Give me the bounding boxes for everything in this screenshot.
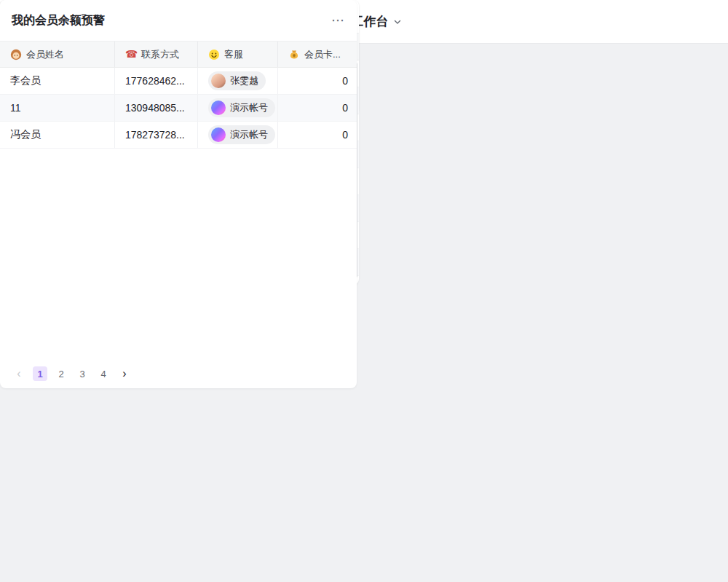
- pagination-page-2[interactable]: 2: [54, 366, 68, 381]
- column-label: 会员卡...: [304, 48, 341, 61]
- contact: 177628462...: [125, 75, 185, 87]
- balance-value: 0: [342, 102, 348, 114]
- column-header-member-card[interactable]: 会员卡...: [278, 42, 357, 67]
- money-bag-emoji-icon: [288, 49, 300, 60]
- contact: 130948085...: [125, 102, 185, 114]
- balance-value: 0: [342, 129, 348, 141]
- balance-value: 0: [342, 75, 348, 87]
- more-options-button[interactable]: ⋯: [331, 14, 345, 27]
- card-title: 我的会员余额预警: [12, 13, 105, 28]
- smiley-emoji-icon: [208, 49, 220, 60]
- agent-pill: 演示帐号: [208, 98, 275, 117]
- agent-pill: 张雯越: [208, 71, 266, 90]
- pagination-next-button[interactable]: ›: [117, 366, 132, 381]
- chevron-down-icon: [393, 17, 402, 26]
- member-name: 李会员: [10, 74, 41, 87]
- avatar: [211, 74, 226, 88]
- table-row[interactable]: 11 130948085... 演示帐号 0: [0, 95, 357, 122]
- column-header-contact[interactable]: ☎ 联系方式: [115, 42, 198, 67]
- agent-pill: 演示帐号: [208, 125, 275, 144]
- column-label: 客服: [224, 48, 243, 61]
- pagination-page-3[interactable]: 3: [75, 366, 90, 381]
- phone-emoji-icon: ☎: [125, 49, 137, 60]
- balance-warning-card: 我的会员余额预警 ⋯ 会员姓名 ☎ 联系方式 客服 会员卡...: [0, 0, 357, 388]
- column-header-member-name[interactable]: 会员姓名: [0, 42, 115, 67]
- column-header-agent[interactable]: 客服: [198, 42, 278, 67]
- member-name: 11: [10, 102, 21, 114]
- avatar: [211, 101, 226, 115]
- pagination-prev-button[interactable]: ‹: [12, 366, 26, 381]
- agent-name: 张雯越: [230, 74, 258, 87]
- balance-table-body: 李会员 177628462... 张雯越 0 11 130948085... 演…: [0, 68, 357, 149]
- pagination-page-1[interactable]: 1: [33, 366, 47, 381]
- balance-table-header: 会员姓名 ☎ 联系方式 客服 会员卡...: [0, 41, 357, 68]
- agent-name: 演示帐号: [230, 128, 268, 141]
- table-row[interactable]: 李会员 177628462... 张雯越 0: [0, 68, 357, 95]
- agent-name: 演示帐号: [230, 101, 268, 114]
- person-emoji-icon: [10, 49, 22, 60]
- table-row[interactable]: 冯会员 178273728... 演示帐号 0: [0, 122, 357, 149]
- contact: 178273728...: [125, 129, 185, 141]
- column-label: 会员姓名: [26, 48, 64, 61]
- member-name: 冯会员: [10, 128, 41, 141]
- column-label: 联系方式: [141, 48, 179, 61]
- pagination: ‹ 1 2 3 4 ›: [12, 366, 132, 381]
- avatar: [211, 127, 226, 142]
- pagination-page-4[interactable]: 4: [96, 366, 111, 381]
